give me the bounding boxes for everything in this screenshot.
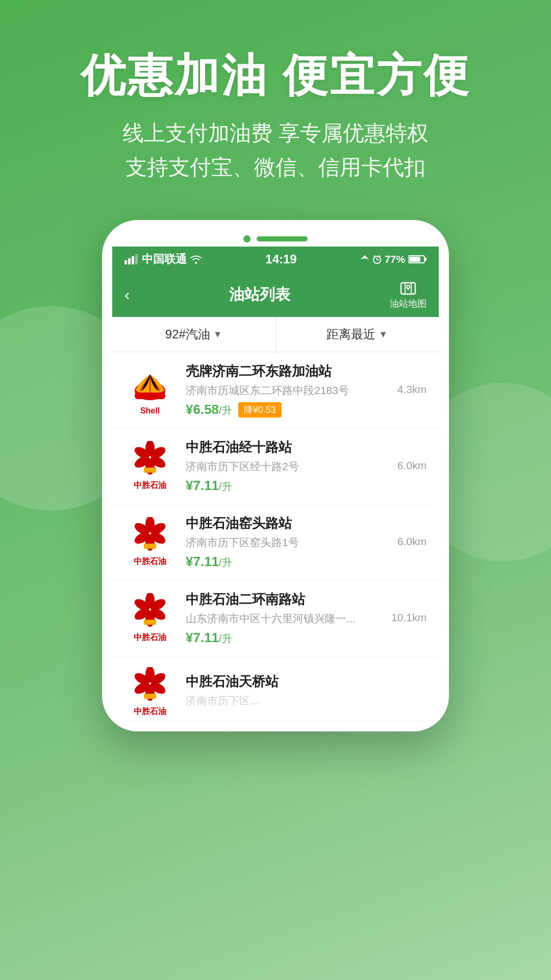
phone-camera (243, 235, 251, 242)
svg-rect-12 (409, 257, 420, 262)
station-name-1: 壳牌济南二环东路加油站 (186, 362, 427, 380)
station-name-2: 中胜石油经十路站 (186, 438, 427, 456)
wifi-icon (190, 255, 202, 264)
svg-rect-0 (124, 260, 127, 264)
hero-title: 优惠加油 便宜方便 (0, 51, 551, 101)
svg-rect-11 (425, 258, 427, 261)
station-logo-zhongsheng-4: 中胜石油 (124, 593, 176, 644)
hero-section: 优惠加油 便宜方便 线上支付加油费 享专属优惠特权 支持支付宝、微信、信用卡代扣 (0, 0, 551, 215)
fuel-type-label: 92#汽油 (165, 326, 210, 342)
status-bar: 中国联通 14:19 (112, 247, 439, 272)
station-info-5: 中胜石油天桥站 济南市历下区... (186, 673, 427, 712)
nav-title: 油站列表 (229, 284, 290, 305)
station-info-4: 中胜石油二环南路站 山东济南市中区十六里河镇兴隆一... 10.1km ¥7.1… (186, 591, 427, 646)
discount-badge-1: 降¥0.53 (238, 402, 282, 418)
station-price-row-4: ¥7.11/升 (186, 630, 427, 646)
station-item[interactable]: Shell 壳牌济南二环东路加油站 济南市历城区东二环路中段2183号 4.3k… (112, 352, 439, 428)
station-logo-zhongsheng-5: 中胜石油 (124, 667, 176, 718)
station-logo-shell: Shell (124, 364, 176, 415)
station-address-2: 济南市历下区经十路2号 6.0km (186, 459, 427, 474)
station-address-3: 济南市历下区窑头路1号 6.0km (186, 535, 427, 550)
svg-rect-30 (144, 544, 156, 549)
map-label: 油站地图 (390, 298, 427, 310)
station-item[interactable]: 中胜石油 中胜石油二环南路站 山东济南市中区十六里河镇兴隆一... 10.1km… (112, 580, 439, 656)
battery-icon (408, 255, 427, 264)
station-info-3: 中胜石油窑头路站 济南市历下区窑头路1号 6.0km ¥7.11/升 (186, 514, 427, 570)
station-address-4: 山东济南市中区十六里河镇兴隆一... 10.1km (186, 611, 427, 626)
svg-rect-3 (135, 254, 138, 264)
phone-mockup-container: 中国联通 14:19 (0, 220, 551, 731)
filter-bar: 92#汽油 ▼ 距离最近 ▼ (112, 317, 439, 352)
location-arrow-icon (360, 255, 369, 264)
station-item[interactable]: 中胜石油 中胜石油天桥站 济南市历下区... (112, 656, 439, 721)
station-name-5: 中胜石油天桥站 (186, 673, 427, 691)
nav-bar: ‹ 油站列表 油站地图 (112, 272, 439, 317)
phone-speaker (257, 236, 308, 241)
zhongsheng-logo-svg-3 (130, 517, 170, 555)
map-icon (399, 279, 417, 297)
hero-subtitle: 线上支付加油费 享专属优惠特权 支持支付宝、微信、信用卡代扣 (0, 116, 551, 184)
hero-subtitle-line2: 支持支付宝、微信、信用卡代扣 (0, 150, 551, 184)
svg-rect-16 (135, 393, 165, 399)
station-price-4: ¥7.11/升 (186, 630, 232, 646)
station-price-1: ¥6.58/升 (186, 402, 232, 418)
svg-marker-4 (361, 255, 369, 259)
zhongsheng-logo-svg-2 (130, 441, 170, 479)
fuel-type-filter[interactable]: 92#汽油 ▼ (112, 317, 276, 352)
phone-mockup: 中国联通 14:19 (102, 220, 449, 731)
sort-arrow: ▼ (379, 329, 388, 340)
svg-rect-2 (132, 256, 134, 264)
station-address-5: 济南市历下区... (186, 694, 427, 708)
map-button[interactable]: 油站地图 (390, 279, 427, 310)
svg-point-14 (407, 285, 410, 288)
shell-logo-svg (130, 364, 170, 405)
station-item[interactable]: 中胜石油 中胜石油经十路站 济南市历下区经十路2号 6.0km ¥7.11/升 (112, 428, 439, 504)
zhongsheng-text-3: 中胜石油 (134, 556, 166, 567)
station-logo-zhongsheng-2: 中胜石油 (124, 440, 176, 492)
hero-subtitle-line1: 线上支付加油费 享专属优惠特权 (0, 116, 551, 150)
station-name-4: 中胜石油二环南路站 (186, 591, 427, 608)
back-button[interactable]: ‹ (124, 285, 130, 304)
fuel-type-arrow: ▼ (213, 329, 222, 340)
station-price-row-1: ¥6.58/升 降¥0.53 (186, 402, 427, 418)
station-info-2: 中胜石油经十路站 济南市历下区经十路2号 6.0km ¥7.11/升 (186, 438, 427, 494)
status-time: 14:19 (265, 252, 296, 266)
zhongsheng-text-2: 中胜石油 (134, 480, 166, 491)
svg-rect-37 (144, 620, 156, 625)
station-price-2: ¥7.11/升 (186, 478, 232, 494)
station-price-row-3: ¥7.11/升 (186, 554, 427, 570)
svg-rect-44 (144, 694, 156, 699)
zhongsheng-text-5: 中胜石油 (134, 706, 166, 717)
zhongsheng-logo-svg-5 (130, 667, 170, 705)
zhongsheng-logo-svg-4 (130, 593, 170, 631)
svg-rect-1 (128, 258, 131, 264)
station-price-row-2: ¥7.11/升 (186, 478, 427, 494)
carrier-label: 中国联通 (142, 252, 187, 267)
battery-label: 77% (385, 254, 405, 265)
sort-label: 距离最近 (327, 326, 375, 342)
phone-notch (112, 235, 439, 242)
status-left: 中国联通 (124, 252, 202, 267)
zhongsheng-text-4: 中胜石油 (134, 632, 166, 643)
station-logo-zhongsheng-3: 中胜石油 (124, 517, 176, 568)
alarm-icon (372, 255, 382, 264)
station-item[interactable]: 中胜石油 中胜石油窑头路站 济南市历下区窑头路1号 6.0km ¥7.11/升 (112, 504, 439, 580)
signal-icon (124, 254, 139, 264)
sort-filter[interactable]: 距离最近 ▼ (276, 317, 439, 352)
status-right: 77% (360, 254, 427, 265)
station-list: Shell 壳牌济南二环东路加油站 济南市历城区东二环路中段2183号 4.3k… (112, 352, 439, 721)
shell-text: Shell (140, 406, 160, 415)
station-price-3: ¥7.11/升 (186, 554, 232, 570)
station-address-1: 济南市历城区东二环路中段2183号 4.3km (186, 383, 427, 398)
station-info-1: 壳牌济南二环东路加油站 济南市历城区东二环路中段2183号 4.3km ¥6.5… (186, 362, 427, 418)
station-name-3: 中胜石油窑头路站 (186, 514, 427, 532)
svg-rect-23 (144, 468, 156, 473)
